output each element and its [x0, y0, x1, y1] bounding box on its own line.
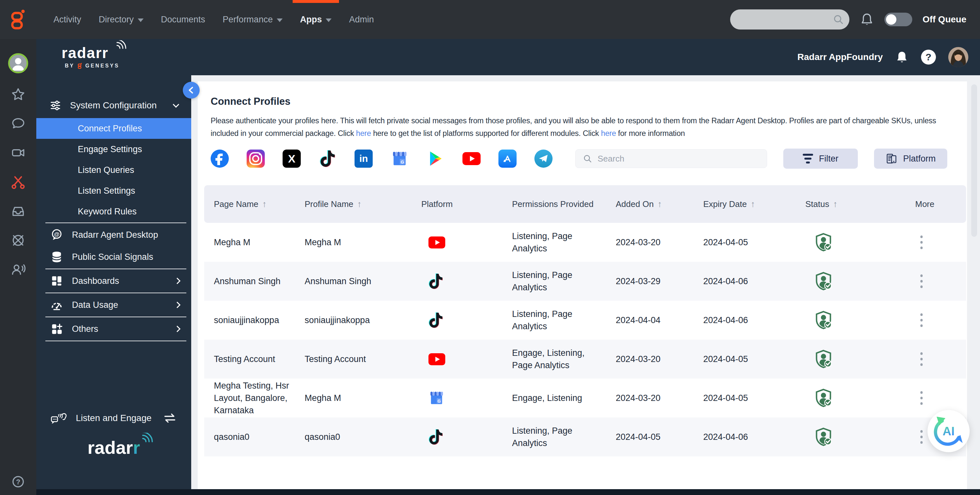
kebab-menu-icon[interactable]: [918, 389, 924, 407]
chat-bubble-icon[interactable]: [11, 116, 25, 131]
filter-label: Filter: [819, 154, 838, 164]
help-question-icon[interactable]: ?: [11, 474, 25, 489]
nav-label: Documents: [161, 14, 205, 25]
google-play-icon[interactable]: [426, 150, 445, 168]
sidebar-collapse-button[interactable]: [183, 82, 200, 99]
video-camera-icon[interactable]: [11, 145, 25, 160]
global-search[interactable]: [730, 10, 850, 30]
kebab-menu-icon[interactable]: [918, 350, 924, 368]
google-business-icon[interactable]: [390, 150, 409, 168]
sort-asc-icon[interactable]: ↑: [357, 198, 362, 209]
sort-asc-icon[interactable]: ↑: [657, 198, 662, 209]
nav-item-admin[interactable]: Admin: [340, 0, 383, 39]
sidebar-section-system-configuration[interactable]: System Configuration: [36, 75, 191, 112]
interactions-scissors-icon[interactable]: [11, 174, 25, 190]
nav-item-activity[interactable]: Activity: [45, 0, 90, 39]
nav-item-directory[interactable]: Directory: [90, 0, 152, 39]
kebab-menu-icon[interactable]: [918, 428, 924, 446]
kebab-menu-icon[interactable]: [918, 273, 924, 290]
nav-label: Performance: [223, 14, 273, 25]
sidebar-item-dashboards[interactable]: Dashboards: [36, 270, 191, 292]
top-bar-right-cluster: Off Queue: [730, 0, 980, 39]
sidebar-item-listen-settings[interactable]: Listen Settings: [36, 180, 191, 201]
notifications-bell-icon[interactable]: [895, 50, 909, 64]
sidebar-item-connect-profiles[interactable]: Connect Profiles: [36, 118, 191, 139]
genesys-logo-icon: [10, 9, 27, 30]
tiktok-icon[interactable]: [318, 150, 337, 168]
sort-asc-icon[interactable]: ↑: [262, 198, 267, 209]
platform-devices-icon: [886, 153, 897, 164]
radarr-footer-logo: radarr: [36, 439, 191, 457]
linkedin-icon[interactable]: in: [355, 150, 373, 168]
sidebar-item-listen-queries[interactable]: Listen Queries: [36, 160, 191, 180]
added-on-cell: 2024-03-20: [616, 353, 703, 365]
sidebar-item-data-usage[interactable]: Data Usage: [36, 294, 191, 316]
page-name-cell: qasonia0: [214, 431, 305, 443]
caret-down-icon: [326, 19, 331, 22]
column-header-expiry-date[interactable]: Expiry Date↑: [703, 198, 805, 209]
instagram-icon[interactable]: [247, 150, 265, 168]
expiry-date-cell: 2024-04-06: [703, 275, 805, 287]
supported-platforms-link[interactable]: here: [356, 129, 371, 137]
table-row: Megha Testing, Hsr Layout, Bangalore, Ka…: [204, 378, 966, 417]
listen-and-engage-switcher[interactable]: Listen and Engage: [36, 407, 191, 430]
facebook-icon[interactable]: [211, 150, 229, 168]
verified-shield-icon: [815, 310, 832, 330]
column-header-page-name[interactable]: Page Name↑: [214, 198, 305, 209]
user-status-avatar[interactable]: [8, 53, 28, 73]
x-twitter-icon[interactable]: X: [283, 150, 301, 168]
column-header-status[interactable]: Status↑: [805, 198, 907, 209]
sidebar-item-others[interactable]: Others: [36, 318, 191, 340]
genesys-logo[interactable]: [0, 0, 36, 39]
nav-item-apps[interactable]: Apps: [291, 0, 340, 39]
sort-asc-icon[interactable]: ↑: [751, 198, 755, 209]
radar-waves-icon: [115, 40, 130, 52]
app-title: Radarr AppFoundry: [797, 52, 883, 62]
scrollbar-thumb[interactable]: [971, 84, 977, 237]
added-on-cell: 2024-03-20: [616, 236, 703, 249]
platform-button[interactable]: Platform: [874, 148, 947, 169]
sidebar-item-public-social-signals[interactable]: Public Social Signals: [36, 246, 191, 268]
tiktok-icon: [428, 274, 443, 289]
sidebar-item-engage-settings[interactable]: Engage Settings: [36, 139, 191, 160]
table-search[interactable]: [575, 149, 767, 168]
profile-name-cell: soniaujjinakoppa: [305, 314, 421, 326]
filter-button[interactable]: Filter: [783, 148, 858, 169]
divider: [45, 292, 186, 293]
user-avatar[interactable]: [948, 47, 968, 67]
table-search-input[interactable]: [598, 154, 760, 164]
sidebar-item-label: Dashboards: [72, 276, 167, 286]
kebab-menu-icon[interactable]: [918, 233, 924, 251]
profile-name-cell: Megha M: [305, 392, 421, 404]
help-question-icon[interactable]: ?: [921, 50, 936, 65]
more-information-link[interactable]: here: [601, 129, 616, 137]
off-queue-toggle[interactable]: [885, 13, 912, 26]
contacts-people-icon[interactable]: [11, 262, 25, 277]
collaborate-wheel-icon[interactable]: [11, 233, 25, 248]
sidebar-item-label: Others: [72, 324, 167, 334]
column-header-added-on[interactable]: Added On↑: [616, 198, 703, 209]
section-title: System Configuration: [70, 100, 165, 110]
global-search-input[interactable]: [730, 14, 866, 25]
status-cell: [805, 388, 907, 408]
nav-label: Directory: [99, 14, 134, 25]
nav-item-documents[interactable]: Documents: [152, 0, 214, 39]
column-header-profile-name[interactable]: Profile Name↑: [305, 198, 421, 209]
chevron-right-icon: [174, 326, 180, 332]
telegram-icon[interactable]: [535, 150, 552, 168]
more-cell: [907, 389, 966, 407]
sidebar-menu: @ Radarr Agent Desktop Public Social Sig…: [36, 224, 191, 341]
sidebar-item-radarr-agent-desktop[interactable]: @ Radarr Agent Desktop: [36, 224, 191, 246]
table-row: soniaujjinakoppa soniaujjinakoppa Listen…: [204, 301, 966, 340]
sidebar-item-keyword-rules[interactable]: Keyword Rules: [36, 201, 191, 222]
kebab-menu-icon[interactable]: [918, 311, 924, 329]
favorites-star-icon[interactable]: [11, 87, 25, 102]
nav-item-performance[interactable]: Performance: [214, 0, 291, 39]
youtube-icon[interactable]: [463, 150, 480, 168]
inbox-tray-icon[interactable]: [11, 204, 25, 219]
sidebar-item-label: Listen Settings: [78, 186, 135, 196]
sort-asc-icon[interactable]: ↑: [833, 198, 838, 209]
expiry-date-cell: 2024-04-05: [703, 236, 805, 249]
app-store-icon[interactable]: [498, 150, 517, 168]
ai-assistant-button[interactable]: AI: [928, 410, 970, 452]
